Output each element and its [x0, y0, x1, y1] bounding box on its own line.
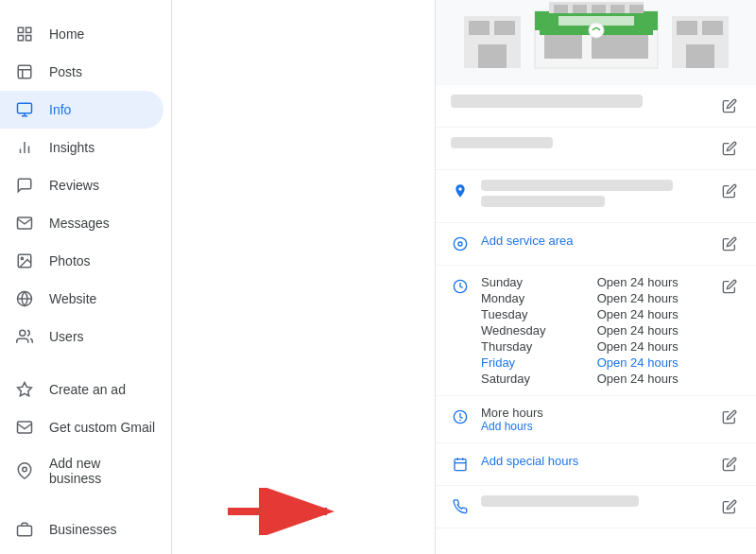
svg-rect-39: [629, 5, 644, 13]
thursday-label: Thursday: [481, 339, 575, 354]
wednesday-hours: Open 24 hours: [597, 323, 707, 338]
main-content: [172, 0, 435, 554]
svg-rect-21: [18, 526, 32, 536]
sidebar-item-photos-label: Photos: [49, 253, 91, 268]
svg-rect-4: [18, 65, 31, 78]
add-service-area-link[interactable]: Add service area: [481, 234, 574, 248]
sidebar-item-messages-label: Messages: [49, 216, 110, 231]
saturday-label: Saturday: [481, 372, 575, 386]
svg-rect-26: [469, 21, 490, 35]
business-name-content: [451, 95, 707, 113]
phone-row: [436, 486, 756, 528]
sidebar-item-users-label: Users: [49, 329, 84, 344]
insights-icon: [15, 138, 34, 157]
address-bar-1: [481, 180, 673, 191]
sidebar-item-posts-label: Posts: [49, 64, 82, 79]
sidebar-item-website[interactable]: Website: [0, 280, 163, 318]
more-hours-icon: [451, 407, 470, 426]
phone-content: [481, 495, 707, 512]
thursday-hours: Open 24 hours: [597, 339, 707, 354]
svg-point-17: [20, 330, 26, 336]
svg-rect-36: [573, 5, 587, 13]
svg-rect-51: [455, 459, 466, 471]
sidebar-item-link-ads[interactable]: Link to ads: [0, 548, 171, 554]
business-name-bar: [451, 95, 643, 108]
more-hours-row: More hours Add hours: [436, 396, 756, 443]
add-special-hours-link[interactable]: Add special hours: [481, 454, 578, 468]
right-arrow-icon: [228, 488, 341, 535]
phone-icon: [451, 497, 470, 516]
hours-table: Sunday Open 24 hours Monday Open 24 hour…: [481, 275, 707, 386]
home-icon: [15, 25, 34, 43]
business-name-row: [436, 85, 756, 128]
special-hours-edit-button[interactable]: [718, 453, 741, 476]
add-business-icon: [15, 461, 34, 480]
messages-icon: [15, 214, 34, 233]
sidebar-item-reviews-label: Reviews: [49, 178, 99, 193]
sidebar-item-businesses[interactable]: Businesses: [0, 511, 171, 548]
create-ad-icon: [15, 380, 34, 399]
users-icon: [15, 327, 34, 346]
svg-rect-27: [494, 21, 515, 35]
sidebar-item-home-label: Home: [49, 26, 84, 42]
address-row: [436, 170, 756, 223]
info-icon: [15, 100, 34, 119]
address-edit-button[interactable]: [718, 180, 741, 202]
friday-label: Friday: [481, 355, 575, 370]
tuesday-label: Tuesday: [481, 307, 575, 321]
gmail-icon: [15, 418, 34, 437]
more-hours-edit-button[interactable]: [718, 406, 741, 428]
sidebar-item-home[interactable]: Home: [0, 15, 163, 53]
tuesday-hours: Open 24 hours: [597, 307, 707, 321]
special-hours-content: Add special hours: [481, 453, 707, 468]
business-name-edit-button[interactable]: [718, 95, 741, 117]
sidebar-item-info-label: Info: [49, 102, 71, 117]
svg-marker-18: [18, 383, 32, 396]
address-bar-2: [481, 196, 605, 207]
sidebar-item-custom-gmail-label: Get custom Gmail: [49, 420, 155, 435]
saturday-hours: Open 24 hours: [597, 372, 707, 386]
svg-rect-43: [677, 21, 697, 35]
hours-icon: [451, 277, 470, 296]
phone-bar: [481, 495, 639, 507]
sidebar-item-messages[interactable]: Messages: [0, 204, 163, 242]
svg-point-14: [21, 257, 23, 259]
sidebar-item-website-label: Website: [49, 291, 96, 306]
more-hours-sub[interactable]: Add hours: [481, 420, 707, 433]
sidebar-item-insights[interactable]: Insights: [0, 129, 163, 166]
svg-rect-45: [686, 44, 714, 68]
sidebar-item-create-ad-label: Create an ad: [49, 382, 126, 397]
svg-rect-38: [610, 5, 625, 13]
service-area-content: Add service area: [481, 233, 707, 248]
right-panel: Add service area Sunday Open 24 hours Mo…: [435, 0, 756, 554]
store-image: [436, 0, 756, 85]
svg-rect-1: [26, 27, 31, 32]
sidebar: Home Posts Info Insights: [0, 0, 172, 554]
sidebar-item-reviews[interactable]: Reviews: [0, 166, 163, 204]
photos-icon: [15, 251, 34, 270]
svg-rect-35: [554, 5, 568, 13]
service-area-edit-button[interactable]: [718, 233, 741, 255]
sidebar-item-users[interactable]: Users: [0, 318, 163, 355]
sidebar-item-custom-gmail[interactable]: Get custom Gmail: [0, 408, 171, 446]
hours-edit-button[interactable]: [718, 275, 741, 298]
special-hours-row: Add special hours: [436, 443, 756, 486]
sidebar-item-create-ad[interactable]: Create an ad: [0, 371, 171, 408]
sidebar-item-info[interactable]: Info: [0, 91, 163, 129]
business-category-edit-button[interactable]: [718, 137, 741, 160]
svg-rect-28: [478, 44, 507, 68]
sidebar-item-add-business[interactable]: Add new business: [0, 446, 171, 495]
svg-rect-44: [702, 21, 723, 35]
phone-edit-button[interactable]: [718, 495, 741, 518]
more-hours-content: More hours Add hours: [481, 406, 707, 433]
wednesday-label: Wednesday: [481, 323, 575, 338]
svg-rect-0: [18, 27, 23, 32]
more-hours-title: More hours: [481, 406, 707, 420]
hours-content: Sunday Open 24 hours Monday Open 24 hour…: [481, 275, 707, 386]
business-category-content: [451, 137, 707, 154]
sidebar-item-photos[interactable]: Photos: [0, 242, 163, 280]
sidebar-item-posts[interactable]: Posts: [0, 53, 163, 91]
svg-rect-37: [592, 5, 606, 13]
monday-hours: Open 24 hours: [597, 291, 707, 305]
sunday-hours: Open 24 hours: [597, 275, 707, 289]
